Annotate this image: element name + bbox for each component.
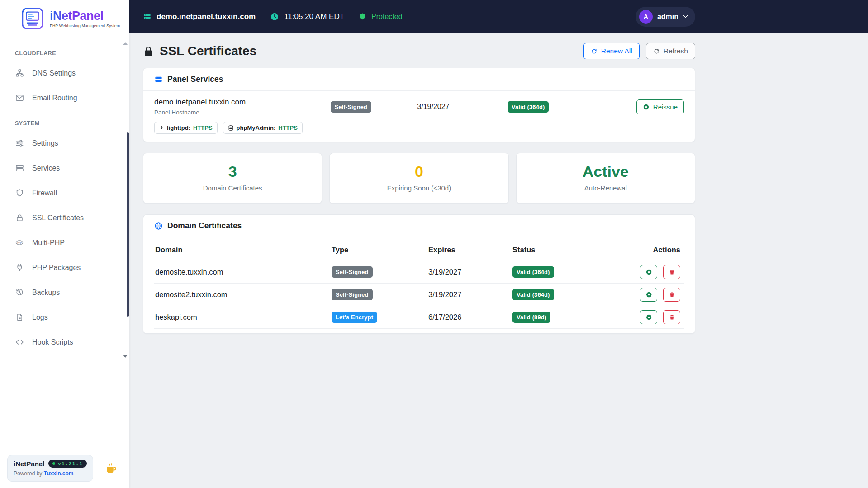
stat-expiring-soon: 0 Expiring Soon (<30d) bbox=[329, 153, 508, 204]
column-header-domain: Domain bbox=[154, 239, 328, 261]
reissue-button[interactable] bbox=[640, 310, 657, 324]
panel-hostname-caption: Panel Hostname bbox=[154, 109, 331, 116]
avatar: A bbox=[639, 10, 653, 24]
code-icon bbox=[15, 338, 24, 346]
protection-status: Protected bbox=[359, 12, 402, 21]
user-name: admin bbox=[657, 13, 678, 21]
logo[interactable]: iNetPanel PHP Webhosting Management Syst… bbox=[0, 0, 129, 34]
lighttpd-tag: lighttpd: HTTPS bbox=[154, 122, 218, 134]
sidebar-item-label: Services bbox=[32, 164, 60, 172]
server-icon bbox=[154, 76, 163, 83]
stat-value: 0 bbox=[334, 163, 503, 180]
delete-button[interactable] bbox=[663, 265, 680, 279]
sidebar-item-settings[interactable]: Settings bbox=[0, 131, 129, 156]
type-badge: Let's Encrypt bbox=[332, 312, 377, 323]
sidebar-item-backups[interactable]: Backups bbox=[0, 280, 129, 305]
powered-by-text: Powered by bbox=[14, 470, 42, 477]
domain-certificates-card: Domain Certificates Domain Type Expires … bbox=[143, 214, 695, 334]
stat-value: Active bbox=[521, 163, 690, 180]
sidebar-item-label: Email Routing bbox=[32, 94, 77, 102]
shield-icon bbox=[15, 189, 24, 197]
sliders-icon bbox=[15, 139, 24, 147]
svg-text:php: php bbox=[17, 241, 21, 244]
sidebar-scroll-up-arrow[interactable] bbox=[123, 42, 128, 45]
chevron-down-icon bbox=[683, 15, 688, 18]
panel-services-title: Panel Services bbox=[167, 75, 223, 84]
version-status-dot bbox=[52, 462, 55, 465]
tuxxin-link[interactable]: Tuxxin.com bbox=[44, 470, 74, 477]
type-badge: Self-Signed bbox=[332, 266, 373, 278]
sidebar-item-label: Settings bbox=[32, 139, 58, 147]
shield-icon bbox=[359, 12, 366, 21]
user-menu[interactable]: A admin bbox=[636, 7, 695, 27]
column-header-type: Type bbox=[328, 239, 425, 261]
logo-title: iNetPanel bbox=[50, 10, 120, 22]
sidebar-item-label: Firewall bbox=[32, 189, 57, 197]
domain-certificates-title: Domain Certificates bbox=[167, 221, 242, 231]
sitemap-icon bbox=[15, 69, 24, 77]
stats-row: 3 Domain Certificates 0 Expiring Soon (<… bbox=[143, 153, 695, 204]
globe-icon bbox=[154, 222, 163, 230]
reissue-button[interactable] bbox=[640, 265, 657, 279]
logo-subtitle: PHP Webhosting Management System bbox=[50, 24, 120, 28]
sidebar-item-ssl-certificates[interactable]: SSL Certificates bbox=[0, 205, 129, 230]
file-lines-icon bbox=[15, 313, 24, 322]
section-label-system: SYSTEM bbox=[0, 114, 129, 131]
sidebar: iNetPanel PHP Webhosting Management Syst… bbox=[0, 0, 129, 488]
logo-icon bbox=[20, 7, 45, 31]
page-title: SSL Certificates bbox=[143, 44, 256, 58]
expires-cell: 3/19/2027 bbox=[425, 261, 509, 284]
server-icon bbox=[143, 13, 152, 20]
panel-hostname-value: demo.inetpanel.tuxxin.com bbox=[154, 98, 331, 107]
delete-button[interactable] bbox=[663, 310, 680, 324]
sidebar-item-php-packages[interactable]: PHP Packages bbox=[0, 255, 129, 280]
version-badge[interactable]: v1.21.1 bbox=[48, 460, 87, 468]
sidebar-item-logs[interactable]: Logs bbox=[0, 305, 129, 330]
stat-value: 3 bbox=[148, 163, 317, 180]
plug-icon bbox=[15, 263, 24, 272]
sidebar-item-hook-scripts[interactable]: Hook Scripts bbox=[0, 330, 129, 355]
delete-button[interactable] bbox=[663, 288, 680, 302]
sidebar-scroll-down-arrow[interactable] bbox=[123, 355, 128, 358]
domain-cell: demosite2.tuxxin.com bbox=[154, 284, 328, 306]
reissue-button[interactable] bbox=[640, 288, 657, 302]
sidebar-item-email-routing[interactable]: Email Routing bbox=[0, 85, 129, 110]
cert-expiry-date: 3/19/2027 bbox=[417, 103, 508, 111]
domain-certificates-table: Domain Type Expires Status Actions demos… bbox=[154, 239, 684, 329]
sidebar-item-multi-php[interactable]: php Multi-PHP bbox=[0, 230, 129, 255]
footer-brand: iNetPanel bbox=[14, 460, 44, 468]
sidebar-item-label: PHP Packages bbox=[32, 264, 81, 272]
status-badge: Valid (364d) bbox=[512, 266, 554, 278]
version-label: v1.21.1 bbox=[58, 461, 83, 466]
topbar: demo.inetpanel.tuxxin.com 11:05:20 AM ED… bbox=[129, 0, 868, 33]
column-header-expires: Expires bbox=[425, 239, 509, 261]
rotate-icon bbox=[591, 48, 598, 55]
rotate-icon bbox=[653, 48, 660, 55]
stat-auto-renewal: Active Auto-Renewal bbox=[516, 153, 695, 204]
sidebar-item-dns-settings[interactable]: DNS Settings bbox=[0, 61, 129, 85]
php-icon: php bbox=[15, 238, 24, 247]
refresh-button[interactable]: Refresh bbox=[646, 43, 695, 59]
history-icon bbox=[15, 288, 24, 297]
reissue-button[interactable]: Reissue bbox=[636, 99, 684, 114]
panel-hostname: demo.inetpanel.tuxxin.com bbox=[143, 12, 256, 21]
coffee-mug-icon[interactable] bbox=[105, 462, 118, 475]
page-content: SSL Certificates Renew All Refresh bbox=[129, 33, 709, 345]
clock-icon bbox=[270, 12, 279, 21]
expires-cell: 3/19/2027 bbox=[425, 284, 509, 306]
app-root: iNetPanel PHP Webhosting Management Syst… bbox=[0, 0, 868, 488]
table-row: heskapi.com Let's Encrypt 6/17/2026 Vali… bbox=[154, 306, 684, 329]
column-header-actions: Actions bbox=[622, 239, 684, 261]
sidebar-item-firewall[interactable]: Firewall bbox=[0, 180, 129, 205]
protected-label: Protected bbox=[371, 13, 402, 21]
sidebar-item-services[interactable]: Services bbox=[0, 156, 129, 180]
type-badge: Self-Signed bbox=[332, 289, 373, 300]
renew-all-button[interactable]: Renew All bbox=[583, 43, 640, 59]
stat-domain-certificates: 3 Domain Certificates bbox=[143, 153, 322, 204]
stat-label: Auto-Renewal bbox=[521, 184, 690, 192]
sidebar-item-label: Backups bbox=[32, 289, 60, 297]
table-row: demosite.tuxxin.com Self-Signed 3/19/202… bbox=[154, 261, 684, 284]
stat-label: Expiring Soon (<30d) bbox=[334, 184, 503, 192]
sidebar-nav: CLOUDFLARE DNS Settings Email Routing SY… bbox=[0, 44, 129, 455]
sidebar-scrollbar[interactable] bbox=[127, 132, 129, 317]
